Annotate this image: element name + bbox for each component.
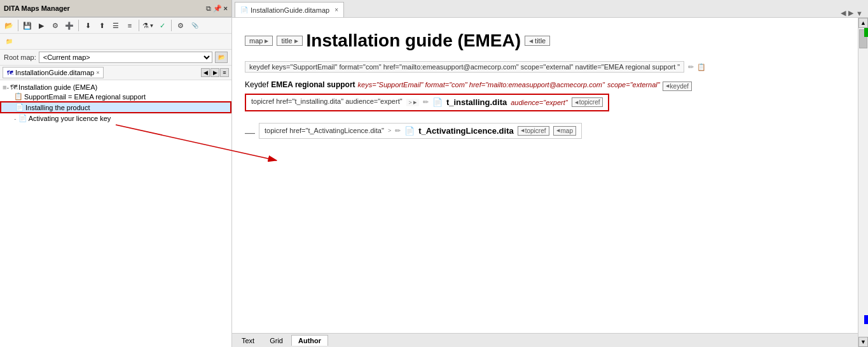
- topicref1-box: topicref href="t_installing.dita" audien…: [245, 94, 609, 111]
- tree-icon-installing: 📄: [15, 103, 24, 111]
- toolbar-small-btn[interactable]: 📁: [3, 35, 15, 48]
- file-tab-label: InstallationGuide.ditamap: [15, 69, 94, 76]
- tree-icon-activating: 📄: [18, 114, 27, 122]
- keydef-italic2: scope="external": [607, 81, 660, 89]
- list1-btn[interactable]: ☰: [109, 19, 122, 32]
- tree-icon-root: 🗺: [10, 83, 17, 91]
- keydef-text-line: Keydef EMEA regional support keys="Suppo…: [245, 80, 845, 91]
- tab-author[interactable]: Author: [291, 335, 328, 346]
- keydef-italic-attrs: keys="SupportEmail" format="com" href="m…: [358, 81, 605, 89]
- panel-pin-btn[interactable]: 📌: [213, 4, 222, 13]
- tree-icon-keydef: 📋: [14, 92, 23, 101]
- bottom-tabs: Text Grid Author: [232, 333, 858, 347]
- topicref2-close: topicref: [518, 126, 549, 136]
- editor-area: map title Installation guide (EMEA) titl…: [232, 18, 858, 333]
- pencil-icon: ✏: [688, 63, 694, 71]
- open-folder-btn[interactable]: 📂: [3, 19, 15, 32]
- save-btn[interactable]: 💾: [21, 19, 34, 32]
- sep1: [18, 20, 18, 31]
- settings-btn[interactable]: ⚙: [49, 19, 62, 32]
- topicref1-close: topicref: [572, 97, 603, 107]
- tab-menu-btn[interactable]: ▼: [856, 10, 863, 17]
- scroll-down-btn[interactable]: ▼: [858, 337, 868, 347]
- pencil-icon-2: ✏: [395, 127, 401, 135]
- filter-btn[interactable]: ⚗▼: [142, 19, 155, 32]
- sep2: [78, 20, 79, 31]
- tree-label-keydef: SupportEmail = EMEA regional support: [24, 93, 146, 101]
- tab-label: InstallationGuide.ditamap: [251, 6, 329, 14]
- green-accent: [864, 28, 868, 37]
- topicref1-block: topicref href="t_installing.dita" audien…: [245, 94, 845, 117]
- tab-next-btn[interactable]: ▶: [848, 9, 853, 17]
- doc-title: Installation guide (EMEA): [307, 31, 521, 51]
- keydef-word: Keydef: [245, 80, 268, 89]
- root-map-label: Root map:: [4, 53, 36, 61]
- topicref2-arrow: >: [388, 127, 391, 134]
- panel-close-btn[interactable]: ×: [224, 4, 228, 12]
- import-btn[interactable]: ⬇: [81, 19, 94, 32]
- add-btn[interactable]: ➕: [63, 19, 76, 32]
- tab-nav-prev[interactable]: ◀: [201, 68, 210, 77]
- panel-title: DITA Maps Manager: [4, 4, 70, 12]
- topicref2-block: — topicref href="t_ActivatingLicence.dit…: [245, 123, 845, 144]
- topicref2-attr: topicref href="t_ActivatingLicence.dita": [265, 127, 384, 134]
- right-scrollbar: ▲ ▼: [858, 18, 868, 347]
- run-btn[interactable]: ▶: [35, 19, 48, 32]
- root-map-select[interactable]: <Current map>: [39, 52, 212, 63]
- tree-item-root[interactable]: ≡- 🗺 Installation guide (EMEA): [0, 83, 231, 92]
- topicref1-name: t_installing.dita: [446, 97, 507, 107]
- file-tab[interactable]: 🗺 InstallationGuide.ditamap ×: [3, 67, 104, 78]
- tab-nav-menu[interactable]: ≡: [220, 68, 229, 77]
- tree-label-root: Installation guide (EMEA): [18, 83, 97, 91]
- topicref1-open-end: >: [406, 99, 419, 106]
- tree-label-installing: Installing the product: [25, 104, 90, 111]
- sep4: [171, 20, 172, 31]
- topicref2-name: t_ActivatingLicence.dita: [418, 126, 514, 136]
- tab-close-btn[interactable]: ×: [334, 6, 338, 13]
- title-tag-close: title: [525, 36, 550, 46]
- tab-icon: 📄: [240, 6, 248, 13]
- topicref1-attr: topicref href="t_installing.dita" audien…: [251, 97, 403, 105]
- minus-sign: —: [245, 127, 255, 139]
- keydef-close-tag: keydef: [663, 81, 692, 91]
- tab-prev-btn[interactable]: ◀: [841, 9, 846, 17]
- pencil-icon-1: ✏: [423, 98, 429, 106]
- scroll-up-btn[interactable]: ▲: [858, 18, 868, 28]
- file-icon-1: 📄: [432, 97, 443, 107]
- tab-nav-next[interactable]: ▶: [210, 68, 219, 77]
- file-tab-close[interactable]: ×: [96, 69, 99, 76]
- tree-label-activating: Activating your licence key: [29, 115, 111, 122]
- export-btn[interactable]: ⬆: [95, 19, 108, 32]
- tree-item-keydef[interactable]: 📋 SupportEmail = EMEA regional support: [0, 92, 231, 101]
- gear-btn[interactable]: ⚙: [174, 19, 187, 32]
- tab-grid[interactable]: Grid: [263, 335, 290, 346]
- blue-accent: [864, 315, 868, 324]
- tree-area: ≡- 🗺 Installation guide (EMEA) 📋 Support…: [0, 80, 231, 347]
- tree-item-activating[interactable]: - 📄 Activating your licence key: [0, 113, 231, 123]
- keydef-attr-line: keydef keys="SupportEmail" format="com" …: [245, 61, 684, 73]
- tab-text[interactable]: Text: [235, 335, 261, 346]
- file-tab-icon: 🗺: [7, 69, 13, 76]
- file-icon-2: 📄: [404, 126, 415, 136]
- scroll-track[interactable]: [858, 28, 868, 337]
- keydef-bold: EMEA regional support: [271, 80, 355, 89]
- keydef-attr-block: keydef keys="SupportEmail" format="com" …: [245, 61, 845, 75]
- map-close-tag: map: [553, 126, 576, 136]
- list2-btn[interactable]: ≡: [123, 19, 136, 32]
- heading-row: map title Installation guide (EMEA) titl…: [245, 31, 845, 51]
- editor-tab[interactable]: 📄 InstallationGuide.ditamap ×: [235, 2, 344, 17]
- topicref2-box: topicref href="t_ActivatingLicence.dita"…: [259, 123, 582, 139]
- copy-icon: 📋: [697, 63, 706, 71]
- title-tag-open: title: [277, 36, 302, 46]
- topicref1-audience: audience="expert": [511, 99, 567, 106]
- root-map-folder-btn[interactable]: 📂: [215, 52, 228, 63]
- validate-btn[interactable]: ✓: [156, 19, 169, 32]
- tree-item-installing[interactable]: 📄 Installing the product: [0, 101, 231, 113]
- panel-float-btn[interactable]: ⧉: [206, 4, 211, 13]
- map-tag: map: [245, 36, 273, 46]
- sep3: [139, 20, 139, 31]
- small-icon-btn[interactable]: 📎: [188, 19, 201, 32]
